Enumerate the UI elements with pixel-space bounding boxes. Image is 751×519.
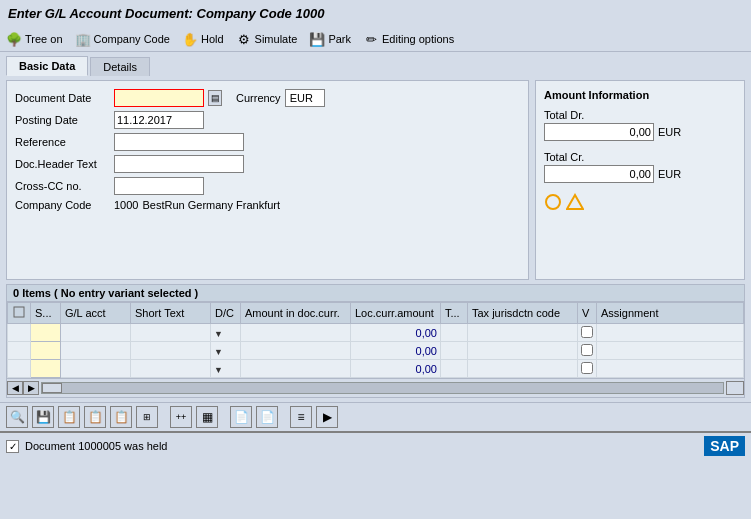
cell-amount-doc-1[interactable] <box>241 324 351 342</box>
btn-copy3[interactable]: 📋 <box>110 406 132 428</box>
btn-copy4[interactable]: ⊞ <box>136 406 158 428</box>
posting-date-label: Posting Date <box>15 114 110 126</box>
btn-doc1[interactable]: 📄 <box>230 406 252 428</box>
btn-plus[interactable]: ++ <box>170 406 192 428</box>
col-dc: D/C <box>211 303 241 324</box>
cell-status-3[interactable] <box>31 360 61 378</box>
cell-tax-3[interactable] <box>441 360 468 378</box>
toolbar-hold-label: Hold <box>201 33 224 45</box>
cell-short-text-3[interactable] <box>131 360 211 378</box>
tab-basic-data[interactable]: Basic Data <box>6 56 88 76</box>
btn-list1[interactable]: ≡ <box>290 406 312 428</box>
scroll-thumb[interactable] <box>42 383 62 393</box>
col-item-num <box>8 303 31 324</box>
table-row: ▼ 0,00 <box>8 342 744 360</box>
header-text-label: Doc.Header Text <box>15 158 110 170</box>
btn-copy1[interactable]: 📋 <box>58 406 80 428</box>
cell-item-num-1 <box>8 324 31 342</box>
total-dr-row: EUR <box>544 123 736 141</box>
cell-amount-doc-2[interactable] <box>241 342 351 360</box>
reference-input[interactable] <box>114 133 244 151</box>
col-gl-acct: G/L acct <box>61 303 131 324</box>
cell-v-1[interactable] <box>578 324 597 342</box>
cell-assignment-2[interactable] <box>597 342 744 360</box>
dc-dropdown-arrow-3: ▼ <box>214 365 223 375</box>
items-header: 0 Items ( No entry variant selected ) <box>6 284 745 302</box>
doc-date-calendar-btn[interactable]: ▤ <box>208 90 222 106</box>
toolbar-tree-on[interactable]: 🌳 Tree on <box>6 31 63 47</box>
form-area: Document Date ▤ Currency Posting Date Re… <box>6 80 745 280</box>
currency-input[interactable] <box>285 89 325 107</box>
cell-v-3[interactable] <box>578 360 597 378</box>
toolbar-hold[interactable]: ✋ Hold <box>182 31 224 47</box>
simulate-icon: ⚙ <box>236 31 252 47</box>
cell-tax-1[interactable] <box>441 324 468 342</box>
cell-dc-2[interactable]: ▼ <box>211 342 241 360</box>
horizontal-scrollbar[interactable]: ◀ ▶ <box>7 378 744 397</box>
cell-short-text-1[interactable] <box>131 324 211 342</box>
btn-doc2[interactable]: 📄 <box>256 406 278 428</box>
triangle-icon <box>566 193 584 211</box>
company-code-row: Company Code 1000 BestRun Germany Frankf… <box>15 199 520 211</box>
toolbar-simulate[interactable]: ⚙ Simulate <box>236 31 298 47</box>
cell-item-num-3 <box>8 360 31 378</box>
btn-search[interactable]: 🔍 <box>6 406 28 428</box>
cell-status-1[interactable] <box>31 324 61 342</box>
scroll-right-btn[interactable]: ▶ <box>23 381 39 395</box>
cell-short-text-2[interactable] <box>131 342 211 360</box>
cell-tax-jurisd-3[interactable] <box>468 360 578 378</box>
total-dr-input[interactable] <box>544 123 654 141</box>
cross-cc-row: Cross-CC no. <box>15 177 520 195</box>
cell-dc-1[interactable]: ▼ <box>211 324 241 342</box>
toolbar-simulate-label: Simulate <box>255 33 298 45</box>
cell-assignment-1[interactable] <box>597 324 744 342</box>
cell-tax-jurisd-1[interactable] <box>468 324 578 342</box>
header-text-input[interactable] <box>114 155 244 173</box>
btn-copy2[interactable]: 📋 <box>84 406 106 428</box>
cell-amount-doc-3[interactable] <box>241 360 351 378</box>
amount-info-title: Amount Information <box>544 89 736 101</box>
cell-status-2[interactable] <box>31 342 61 360</box>
col-assignment: Assignment <box>597 303 744 324</box>
total-cr-input[interactable] <box>544 165 654 183</box>
company-code-field-label: Company Code <box>15 199 110 211</box>
cell-gl-acct-1[interactable] <box>61 324 131 342</box>
cell-tax-jurisd-2[interactable] <box>468 342 578 360</box>
park-icon: 💾 <box>309 31 325 47</box>
svg-marker-1 <box>567 195 583 209</box>
btn-save[interactable]: 💾 <box>32 406 54 428</box>
dc-dropdown-arrow-2: ▼ <box>214 347 223 357</box>
btn-list2[interactable]: ▶ <box>316 406 338 428</box>
cell-dc-3[interactable]: ▼ <box>211 360 241 378</box>
cell-item-num-2 <box>8 342 31 360</box>
cell-v-2[interactable] <box>578 342 597 360</box>
toolbar-park[interactable]: 💾 Park <box>309 31 351 47</box>
cell-tax-2[interactable] <box>441 342 468 360</box>
scroll-track[interactable] <box>41 382 724 394</box>
cell-gl-acct-2[interactable] <box>61 342 131 360</box>
tab-details[interactable]: Details <box>90 57 150 76</box>
form-panel: Document Date ▤ Currency Posting Date Re… <box>6 80 529 280</box>
posting-date-input[interactable] <box>114 111 204 129</box>
tabs: Basic Data Details <box>6 56 745 76</box>
page-title: Enter G/L Account Document: Company Code… <box>8 6 324 21</box>
sap-logo: SAP <box>704 436 745 456</box>
scroll-left-btn[interactable]: ◀ <box>7 381 23 395</box>
btn-grid1[interactable]: ▦ <box>196 406 218 428</box>
title-bar: Enter G/L Account Document: Company Code… <box>0 0 751 27</box>
items-table: S... G/L acct Short Text D/C Amount in d <box>7 302 744 378</box>
header-text-row: Doc.Header Text <box>15 155 520 173</box>
toolbar-editing-options[interactable]: ✏ Editing options <box>363 31 454 47</box>
doc-date-row: Document Date ▤ Currency <box>15 89 520 107</box>
cell-assignment-3[interactable] <box>597 360 744 378</box>
doc-date-input[interactable] <box>114 89 204 107</box>
reference-label: Reference <box>15 136 110 148</box>
cell-gl-acct-3[interactable] <box>61 360 131 378</box>
status-bar: ✓ Document 1000005 was held SAP <box>0 431 751 459</box>
company-code-icon: 🏢 <box>75 31 91 47</box>
hold-icon: ✋ <box>182 31 198 47</box>
toolbar-company-code[interactable]: 🏢 Company Code <box>75 31 170 47</box>
cross-cc-input[interactable] <box>114 177 204 195</box>
cross-cc-label: Cross-CC no. <box>15 180 110 192</box>
col-loc-curr: Loc.curr.amount <box>351 303 441 324</box>
